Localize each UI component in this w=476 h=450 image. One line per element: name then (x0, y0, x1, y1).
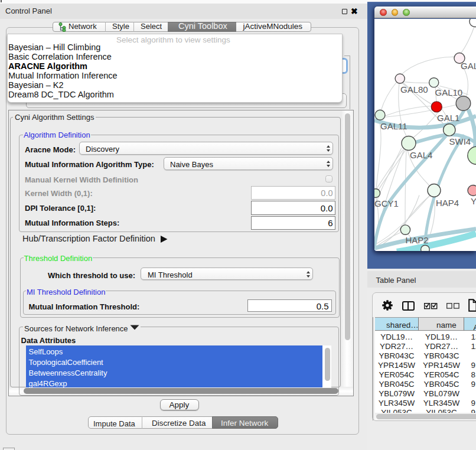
svg-text:GAL2: GAL2 (461, 60, 476, 70)
svg-text:GCY1: GCY1 (374, 198, 399, 208)
svg-text:GAL80: GAL80 (400, 84, 428, 94)
svg-text:HAP4: HAP4 (436, 197, 459, 207)
svg-text:HAP2: HAP2 (406, 235, 429, 245)
svg-text:GAL11: GAL11 (380, 120, 407, 131)
svg-text:GAL4: GAL4 (410, 150, 432, 160)
svg-text:GAL1: GAL1 (437, 113, 459, 123)
svg-text:SWI4: SWI4 (449, 136, 471, 146)
svg-text:GAL10: GAL10 (435, 87, 463, 97)
svg-text:YD: YD (471, 196, 476, 206)
